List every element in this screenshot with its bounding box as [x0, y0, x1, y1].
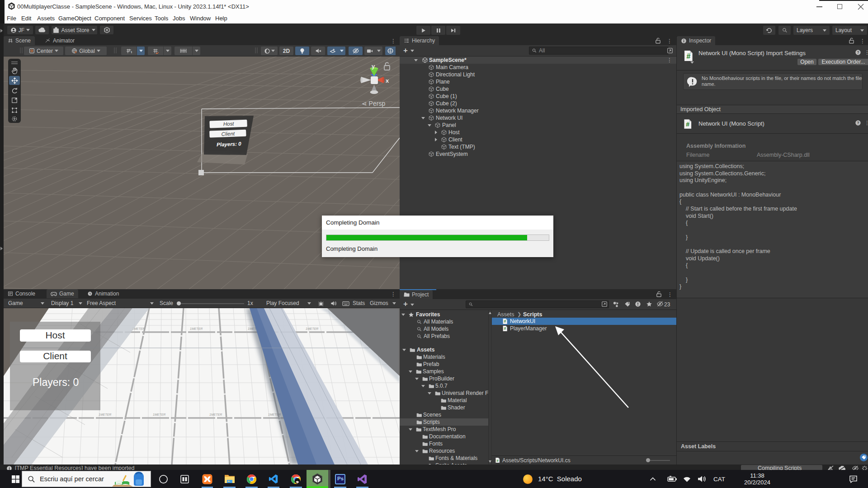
svg-text:y: y	[372, 63, 375, 70]
svg-text:Players: 0: Players: 0	[33, 376, 79, 388]
svg-text:Y: Y	[131, 51, 132, 54]
svg-text:Players: 0: Players: 0	[217, 141, 241, 147]
svg-text:1METER: 1METER	[153, 413, 165, 416]
svg-text:Host: Host	[223, 121, 235, 127]
svg-text:?: ?	[857, 50, 859, 55]
svg-text:⋖ Persp: ⋖ Persp	[362, 100, 385, 107]
svg-text:1METER: 1METER	[306, 327, 318, 330]
svg-text:1METER: 1METER	[99, 413, 111, 416]
svg-text:?: ?	[857, 121, 859, 125]
svg-text:Client: Client	[43, 351, 67, 361]
svg-text:x: x	[386, 77, 389, 84]
svg-text:1METER: 1METER	[209, 413, 222, 416]
svg-text:Host: Host	[45, 330, 65, 340]
svg-text:Client: Client	[221, 131, 235, 137]
svg-text:1METER: 1METER	[190, 327, 203, 330]
